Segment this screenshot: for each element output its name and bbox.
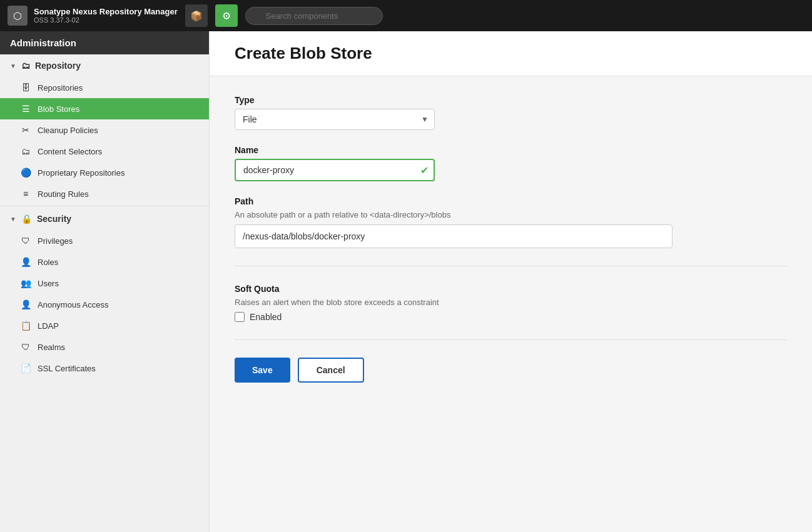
blob-stores-label: Blob Stores — [38, 104, 79, 114]
sidebar-item-anonymous-access[interactable]: 👤 Anonymous Access — [0, 294, 209, 315]
name-label: Name — [235, 145, 787, 155]
settings-icon: ⚙ — [222, 10, 231, 22]
privileges-label: Privileges — [38, 236, 73, 246]
path-input[interactable] — [235, 224, 672, 248]
sidebar-section-security[interactable]: ▼ 🔒 Security — [0, 208, 209, 230]
cancel-button[interactable]: Cancel — [298, 358, 364, 383]
enabled-row: Enabled — [235, 312, 787, 322]
sidebar-item-realms[interactable]: 🛡 Realms — [0, 336, 209, 358]
anonymous-access-label: Anonymous Access — [38, 300, 108, 309]
sidebar-item-privileges[interactable]: 🛡 Privileges — [0, 230, 209, 251]
name-input-wrapper: ✔ — [235, 159, 435, 181]
arrow-down-icon: ▼ — [10, 63, 16, 69]
sidebar-divider-1 — [0, 206, 209, 206]
type-group: Type File S3 ▼ — [235, 95, 787, 130]
cleanup-policies-icon: ✂ — [20, 125, 31, 135]
browse-icon: 📦 — [190, 10, 203, 22]
settings-button[interactable]: ⚙ — [215, 4, 238, 27]
soft-quota-group: Soft Quota Raises an alert when the blob… — [235, 284, 787, 322]
roles-icon: 👤 — [20, 257, 31, 267]
ssl-certificates-icon: 📄 — [20, 363, 31, 373]
search-wrapper: 🔍 — [245, 7, 383, 25]
save-button[interactable]: Save — [235, 358, 290, 383]
brand: ⬡ Sonatype Nexus Repository Manager OSS … — [8, 6, 178, 26]
app-title: Sonatype Nexus Repository Manager OSS 3.… — [34, 7, 178, 25]
ldap-icon: 📋 — [20, 321, 31, 331]
repository-section-icon: 🗂 — [21, 61, 30, 71]
name-group: Name ✔ — [235, 145, 787, 181]
users-label: Users — [38, 279, 59, 288]
ldap-label: LDAP — [38, 321, 59, 331]
content-area: Create Blob Store Type File S3 ▼ Name — [210, 31, 812, 532]
sidebar-item-users[interactable]: 👥 Users — [0, 273, 209, 294]
sidebar-item-proprietary-repositories[interactable]: 🔵 Proprietary Repositories — [0, 162, 209, 183]
type-select[interactable]: File S3 — [235, 109, 435, 130]
app-version: OSS 3.37.3-02 — [34, 16, 178, 24]
proprietary-repositories-icon: 🔵 — [20, 168, 31, 178]
sidebar-item-ldap[interactable]: 📋 LDAP — [0, 315, 209, 336]
app-logo: ⬡ — [8, 6, 28, 26]
type-label: Type — [235, 95, 787, 105]
repository-section-label: Repository — [35, 61, 81, 71]
navbar: ⬡ Sonatype Nexus Repository Manager OSS … — [0, 0, 812, 31]
proprietary-repositories-label: Proprietary Repositories — [38, 168, 124, 178]
browse-button[interactable]: 📦 — [185, 4, 208, 27]
type-select-wrapper: File S3 ▼ — [235, 109, 435, 130]
page-title: Create Blob Store — [235, 44, 787, 63]
anonymous-access-icon: 👤 — [20, 299, 31, 309]
search-input[interactable] — [245, 7, 383, 25]
sidebar-item-roles[interactable]: 👤 Roles — [0, 251, 209, 273]
ssl-certificates-label: SSL Certificates — [38, 364, 96, 373]
blob-stores-icon: ☰ — [20, 104, 31, 114]
enabled-label: Enabled — [250, 312, 282, 322]
realms-icon: 🛡 — [20, 342, 31, 352]
content-selectors-icon: 🗂 — [20, 146, 31, 156]
sidebar-section-repository[interactable]: ▼ 🗂 Repository — [0, 54, 209, 77]
security-section-icon: 🔒 — [21, 214, 32, 224]
sidebar-item-blob-stores[interactable]: ☰ Blob Stores — [0, 98, 209, 119]
cleanup-policies-label: Cleanup Policies — [38, 126, 98, 135]
path-label: Path — [235, 196, 787, 206]
app-name: Sonatype Nexus Repository Manager — [34, 7, 178, 17]
routing-rules-icon: ≡ — [20, 189, 31, 199]
button-row: Save Cancel — [235, 358, 787, 383]
users-icon: 👥 — [20, 278, 31, 288]
roles-label: Roles — [38, 258, 58, 267]
security-arrow-icon: ▼ — [10, 216, 16, 223]
name-input[interactable] — [235, 159, 435, 181]
sidebar-item-repositories[interactable]: 🗄 Repositories — [0, 77, 209, 98]
repositories-label: Repositories — [38, 83, 83, 93]
soft-quota-hint: Raises an alert when the blob store exce… — [235, 298, 787, 307]
security-section-label: Security — [37, 214, 71, 224]
sidebar-item-content-selectors[interactable]: 🗂 Content Selectors — [0, 141, 209, 162]
repositories-icon: 🗄 — [20, 83, 31, 93]
section-divider — [235, 266, 787, 266]
privileges-icon: 🛡 — [20, 236, 31, 246]
soft-quota-label: Soft Quota — [235, 284, 787, 294]
sidebar: Administration ▼ 🗂 Repository 🗄 Reposito… — [0, 31, 210, 532]
path-hint: An absolute path or a path relative to <… — [235, 210, 787, 219]
routing-rules-label: Routing Rules — [38, 189, 89, 199]
sidebar-item-ssl-certificates[interactable]: 📄 SSL Certificates — [0, 358, 209, 379]
buttons-divider — [235, 339, 787, 340]
sidebar-item-cleanup-policies[interactable]: ✂ Cleanup Policies — [0, 119, 209, 141]
main-layout: Administration ▼ 🗂 Repository 🗄 Reposito… — [0, 31, 812, 532]
sidebar-header: Administration — [0, 31, 209, 54]
form-area: Type File S3 ▼ Name ✔ Path — [210, 76, 812, 401]
realms-label: Realms — [38, 343, 65, 352]
enabled-checkbox[interactable] — [235, 312, 245, 322]
content-header: Create Blob Store — [210, 31, 812, 76]
content-selectors-label: Content Selectors — [38, 147, 102, 156]
path-group: Path An absolute path or a path relative… — [235, 196, 787, 248]
sidebar-item-routing-rules[interactable]: ≡ Routing Rules — [0, 183, 209, 204]
